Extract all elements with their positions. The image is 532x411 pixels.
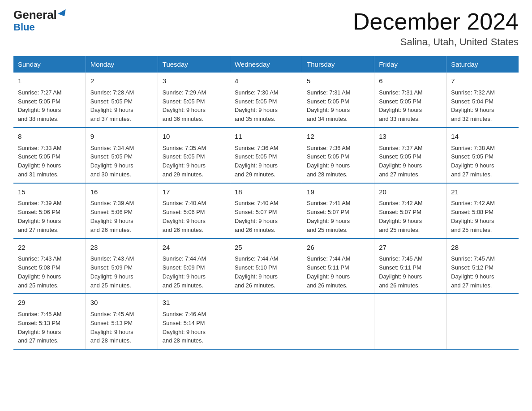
day-info: Sunrise: 7:45 AMSunset: 5:12 PMDaylight:… <box>451 254 514 290</box>
day-info: Sunrise: 7:31 AMSunset: 5:05 PMDaylight:… <box>379 88 442 124</box>
day-info: Sunrise: 7:39 AMSunset: 5:06 PMDaylight:… <box>18 199 81 234</box>
calendar-cell: 26Sunrise: 7:44 AMSunset: 5:11 PMDayligh… <box>302 239 374 294</box>
col-header-tuesday: Tuesday <box>158 56 230 73</box>
day-info: Sunrise: 7:35 AMSunset: 5:05 PMDaylight:… <box>163 144 225 179</box>
calendar-cell: 30Sunrise: 7:45 AMSunset: 5:13 PMDayligh… <box>86 294 158 349</box>
calendar-cell: 15Sunrise: 7:39 AMSunset: 5:06 PMDayligh… <box>13 183 86 239</box>
calendar-cell: 8Sunrise: 7:33 AMSunset: 5:05 PMDaylight… <box>13 128 86 183</box>
day-number: 4 <box>235 76 297 86</box>
col-header-monday: Monday <box>86 56 158 73</box>
calendar-cell: 28Sunrise: 7:45 AMSunset: 5:12 PMDayligh… <box>446 239 519 294</box>
day-number: 31 <box>163 298 225 308</box>
day-number: 19 <box>307 187 369 197</box>
day-info: Sunrise: 7:42 AMSunset: 5:07 PMDaylight:… <box>379 199 442 234</box>
calendar-cell <box>446 294 519 349</box>
day-number: 8 <box>18 132 81 142</box>
calendar-cell: 14Sunrise: 7:38 AMSunset: 5:05 PMDayligh… <box>446 128 519 183</box>
day-info: Sunrise: 7:27 AMSunset: 5:05 PMDaylight:… <box>18 88 81 124</box>
day-info: Sunrise: 7:37 AMSunset: 5:05 PMDaylight:… <box>379 144 442 179</box>
calendar-cell: 29Sunrise: 7:45 AMSunset: 5:13 PMDayligh… <box>13 294 86 349</box>
logo-sub-text: Blue <box>13 21 35 33</box>
day-number: 22 <box>18 243 81 253</box>
day-info: Sunrise: 7:44 AMSunset: 5:10 PMDaylight:… <box>235 254 297 290</box>
day-info: Sunrise: 7:41 AMSunset: 5:07 PMDaylight:… <box>307 199 369 234</box>
day-info: Sunrise: 7:44 AMSunset: 5:11 PMDaylight:… <box>307 254 369 290</box>
day-number: 28 <box>451 243 514 253</box>
day-info: Sunrise: 7:34 AMSunset: 5:05 PMDaylight:… <box>90 144 153 179</box>
day-number: 24 <box>163 243 225 253</box>
day-info: Sunrise: 7:43 AMSunset: 5:08 PMDaylight:… <box>18 254 81 290</box>
calendar-cell: 19Sunrise: 7:41 AMSunset: 5:07 PMDayligh… <box>302 183 374 239</box>
calendar-cell: 18Sunrise: 7:40 AMSunset: 5:07 PMDayligh… <box>230 183 302 239</box>
day-number: 1 <box>18 76 81 86</box>
day-info: Sunrise: 7:45 AMSunset: 5:13 PMDaylight:… <box>18 310 81 345</box>
day-number: 12 <box>307 132 369 142</box>
logo-arrow-icon <box>58 9 68 18</box>
calendar-cell: 22Sunrise: 7:43 AMSunset: 5:08 PMDayligh… <box>13 239 86 294</box>
page-header: General Blue December 2024 Salina, Utah,… <box>13 9 519 48</box>
day-number: 18 <box>235 187 297 197</box>
calendar-cell: 1Sunrise: 7:27 AMSunset: 5:05 PMDaylight… <box>13 73 86 128</box>
day-info: Sunrise: 7:45 AMSunset: 5:13 PMDaylight:… <box>90 310 153 345</box>
col-header-friday: Friday <box>374 56 446 73</box>
calendar-cell: 27Sunrise: 7:45 AMSunset: 5:11 PMDayligh… <box>374 239 446 294</box>
day-number: 27 <box>379 243 442 253</box>
day-info: Sunrise: 7:36 AMSunset: 5:05 PMDaylight:… <box>307 144 369 179</box>
day-number: 7 <box>451 76 514 86</box>
calendar-cell: 3Sunrise: 7:29 AMSunset: 5:05 PMDaylight… <box>158 73 230 128</box>
calendar-cell: 5Sunrise: 7:31 AMSunset: 5:05 PMDaylight… <box>302 73 374 128</box>
calendar-cell: 31Sunrise: 7:46 AMSunset: 5:14 PMDayligh… <box>158 294 230 349</box>
calendar-cell: 2Sunrise: 7:28 AMSunset: 5:05 PMDaylight… <box>86 73 158 128</box>
day-number: 13 <box>379 132 442 142</box>
calendar-cell: 24Sunrise: 7:44 AMSunset: 5:09 PMDayligh… <box>158 239 230 294</box>
day-info: Sunrise: 7:44 AMSunset: 5:09 PMDaylight:… <box>163 254 225 290</box>
day-info: Sunrise: 7:40 AMSunset: 5:07 PMDaylight:… <box>235 199 297 234</box>
day-info: Sunrise: 7:31 AMSunset: 5:05 PMDaylight:… <box>307 88 369 124</box>
calendar-cell: 25Sunrise: 7:44 AMSunset: 5:10 PMDayligh… <box>230 239 302 294</box>
day-info: Sunrise: 7:46 AMSunset: 5:14 PMDaylight:… <box>163 310 225 345</box>
day-number: 14 <box>451 132 514 142</box>
calendar-cell: 7Sunrise: 7:32 AMSunset: 5:04 PMDaylight… <box>446 73 519 128</box>
calendar-cell <box>302 294 374 349</box>
day-number: 23 <box>90 243 153 253</box>
day-info: Sunrise: 7:40 AMSunset: 5:06 PMDaylight:… <box>163 199 225 234</box>
calendar-cell: 13Sunrise: 7:37 AMSunset: 5:05 PMDayligh… <box>374 128 446 183</box>
calendar-table: SundayMondayTuesdayWednesdayThursdayFrid… <box>13 56 519 350</box>
calendar-cell <box>374 294 446 349</box>
day-number: 2 <box>90 76 153 86</box>
day-number: 15 <box>18 187 81 197</box>
day-number: 16 <box>90 187 153 197</box>
day-number: 11 <box>235 132 297 142</box>
calendar-cell: 23Sunrise: 7:43 AMSunset: 5:09 PMDayligh… <box>86 239 158 294</box>
calendar-week-row: 1Sunrise: 7:27 AMSunset: 5:05 PMDaylight… <box>13 73 519 128</box>
col-header-thursday: Thursday <box>302 56 374 73</box>
calendar-cell: 12Sunrise: 7:36 AMSunset: 5:05 PMDayligh… <box>302 128 374 183</box>
calendar-cell: 17Sunrise: 7:40 AMSunset: 5:06 PMDayligh… <box>158 183 230 239</box>
day-info: Sunrise: 7:32 AMSunset: 5:04 PMDaylight:… <box>451 88 514 124</box>
day-number: 3 <box>163 76 225 86</box>
calendar-cell: 4Sunrise: 7:30 AMSunset: 5:05 PMDaylight… <box>230 73 302 128</box>
calendar-week-row: 8Sunrise: 7:33 AMSunset: 5:05 PMDaylight… <box>13 128 519 183</box>
day-number: 5 <box>307 76 369 86</box>
calendar-cell: 10Sunrise: 7:35 AMSunset: 5:05 PMDayligh… <box>158 128 230 183</box>
day-number: 21 <box>451 187 514 197</box>
calendar-cell: 6Sunrise: 7:31 AMSunset: 5:05 PMDaylight… <box>374 73 446 128</box>
day-info: Sunrise: 7:28 AMSunset: 5:05 PMDaylight:… <box>90 88 153 124</box>
calendar-week-row: 15Sunrise: 7:39 AMSunset: 5:06 PMDayligh… <box>13 183 519 239</box>
col-header-sunday: Sunday <box>13 56 86 73</box>
day-number: 25 <box>235 243 297 253</box>
calendar-title: December 2024 <box>353 9 519 34</box>
day-number: 30 <box>90 298 153 308</box>
calendar-subtitle: Salina, Utah, United States <box>353 36 519 48</box>
calendar-cell: 16Sunrise: 7:39 AMSunset: 5:06 PMDayligh… <box>86 183 158 239</box>
calendar-week-row: 22Sunrise: 7:43 AMSunset: 5:08 PMDayligh… <box>13 239 519 294</box>
calendar-cell: 20Sunrise: 7:42 AMSunset: 5:07 PMDayligh… <box>374 183 446 239</box>
day-info: Sunrise: 7:36 AMSunset: 5:05 PMDaylight:… <box>235 144 297 179</box>
day-number: 29 <box>18 298 81 308</box>
day-number: 26 <box>307 243 369 253</box>
day-number: 10 <box>163 132 225 142</box>
calendar-cell: 11Sunrise: 7:36 AMSunset: 5:05 PMDayligh… <box>230 128 302 183</box>
calendar-week-row: 29Sunrise: 7:45 AMSunset: 5:13 PMDayligh… <box>13 294 519 349</box>
day-info: Sunrise: 7:38 AMSunset: 5:05 PMDaylight:… <box>451 144 514 179</box>
calendar-cell: 9Sunrise: 7:34 AMSunset: 5:05 PMDaylight… <box>86 128 158 183</box>
